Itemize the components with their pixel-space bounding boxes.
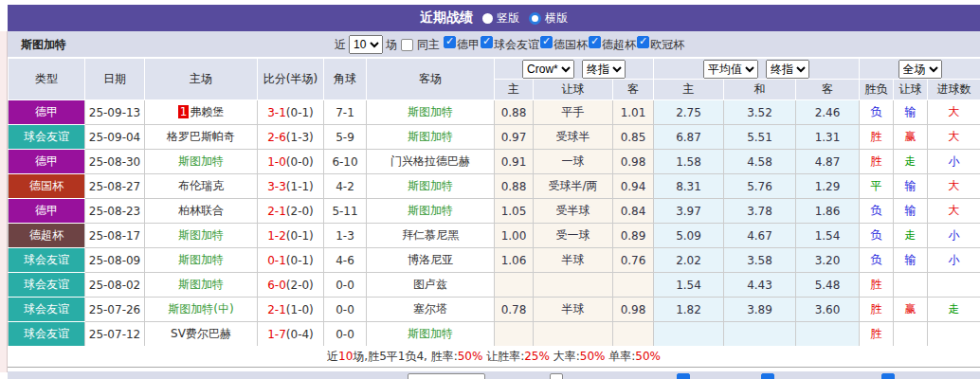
away-team: 图卢兹 — [367, 273, 495, 298]
home-team: 斯图加特(中) — [145, 298, 258, 322]
match-date: 25-08-02 — [85, 273, 145, 298]
odds-group-header: Crow* 终指 — [495, 59, 654, 80]
radio-unselected-icon — [482, 13, 493, 24]
result-handicap: 走 — [894, 150, 928, 174]
col-corner: 角球 — [324, 59, 367, 100]
result-wdl: 平 — [860, 174, 894, 199]
odds-home: 1.00 — [495, 224, 534, 248]
page-title: 近期战绩 — [420, 9, 473, 27]
sub-goals-result: 进球数 — [928, 80, 980, 100]
avg-draw: 4.43 — [724, 273, 796, 298]
league-badge: 球会友谊 — [9, 248, 85, 273]
result-wdl: 胜 — [860, 150, 894, 174]
league-badge: 球会友谊 — [9, 125, 85, 150]
cutoff-checkbox-blue[interactable] — [761, 373, 774, 379]
scope-select[interactable]: 全场 — [898, 60, 942, 79]
league-badge: 德甲 — [9, 150, 85, 174]
home-team: 斯图加特 — [145, 224, 258, 248]
summary-bar: 近10场,胜5平1负4, 胜率:50% 让胜率:25% 大率:50% 单率:50… — [8, 346, 980, 368]
result-wdl: 负 — [860, 224, 894, 248]
result-wdl: 负 — [860, 199, 894, 224]
odds-handicap: 受球半/两 — [534, 174, 613, 199]
odds-home: 0.88 — [495, 174, 534, 199]
odds-handicap: 受球半 — [534, 125, 613, 150]
result-wdl: 胜 — [860, 298, 894, 322]
odds-home: 1.05 — [495, 199, 534, 224]
result-goals — [928, 322, 980, 347]
score-cell: 2-1(1-0) — [258, 298, 324, 322]
league-label: 德甲 — [457, 38, 480, 51]
layout-radio-horizontal[interactable]: 横版 — [529, 10, 568, 27]
score-cell: 1-2(0-1) — [258, 224, 324, 248]
result-goals: 大 — [928, 199, 980, 224]
sub-let-result: 让球 — [894, 80, 928, 100]
odds-handicap — [534, 273, 613, 298]
table-row: 球会友谊25-09-04格罗巴斯帕奇2-6(1-3)5-9斯图加特0.97受球半… — [9, 125, 980, 150]
header-row-groups: 类型 日期 主场 比分(半场) 角球 客场 Crow* 终指 平均值 终指 全场 — [9, 59, 980, 80]
home-team: 布伦瑞克 — [145, 174, 258, 199]
same-home-checkbox[interactable] — [401, 39, 413, 51]
avg-home: 2.02 — [654, 248, 724, 273]
league-filters: 德甲球会友谊德国杯德超杯欧冠杯 — [443, 36, 684, 53]
league-checkbox[interactable] — [444, 36, 456, 48]
avg-away: 3.60 — [796, 298, 860, 322]
away-team: 斯图加特 — [367, 322, 495, 347]
recent-count-select[interactable]: 10 — [349, 35, 383, 54]
layout-radio-vertical[interactable]: 竖版 — [482, 10, 519, 27]
title-bar: 近期战绩 竖版 横版 — [8, 5, 980, 31]
cutoff-select[interactable] — [408, 373, 485, 379]
cutoff-checkbox-blue[interactable] — [677, 373, 690, 379]
avg-draw: 3.58 — [724, 248, 796, 273]
home-team: 斯图加特 — [145, 248, 258, 273]
average-select[interactable]: 平均值 — [703, 60, 758, 79]
corners-cell: 7-1 — [324, 100, 367, 125]
league-badge: 德国杯 — [9, 174, 85, 199]
result-handicap — [894, 273, 928, 298]
away-team: 博洛尼亚 — [367, 248, 495, 273]
col-date: 日期 — [85, 59, 145, 100]
league-checkbox[interactable] — [481, 36, 493, 48]
result-handicap — [894, 322, 928, 347]
score-cell: 6-0(2-0) — [258, 273, 324, 298]
result-handicap: 输 — [894, 100, 928, 125]
sub-odds-home: 主 — [495, 80, 534, 100]
odds-time-select[interactable]: 终指 — [582, 60, 626, 79]
league-checkbox[interactable] — [589, 36, 601, 48]
avg-time-select[interactable]: 终指 — [766, 60, 809, 79]
corners-cell: 4-2 — [324, 174, 367, 199]
league-label: 德超杯 — [602, 38, 636, 51]
result-handicap: 赢 — [894, 125, 928, 150]
next-section-cutoff — [8, 371, 980, 379]
match-date: 25-08-27 — [85, 174, 145, 199]
avg-away: 1.54 — [796, 224, 860, 248]
rank-badge: 1 — [178, 105, 190, 118]
corners-cell: 0-0 — [324, 298, 367, 322]
result-handicap: 赢 — [894, 298, 928, 322]
cutoff-checkbox-blue[interactable] — [881, 373, 895, 379]
table-row: 德甲25-09-131弗赖堡3-1(0-1)7-1斯图加特0.88平手1.012… — [9, 100, 980, 125]
odds-away: 0.89 — [613, 224, 654, 248]
odds-home — [495, 273, 534, 298]
sub-odds-away: 客 — [613, 80, 654, 100]
avg-away: 1.31 — [796, 125, 860, 150]
league-label: 欧冠杯 — [650, 38, 684, 51]
cutoff-checkbox[interactable] — [550, 373, 563, 379]
odds-handicap: 一球 — [534, 150, 613, 174]
league-label: 球会友谊 — [494, 38, 539, 51]
avg-away — [796, 322, 860, 347]
result-handicap: 输 — [894, 248, 928, 273]
league-checkbox[interactable] — [540, 36, 553, 48]
league-checkbox[interactable] — [637, 36, 649, 48]
result-goals: 小 — [928, 248, 980, 273]
avg-home: 1.58 — [654, 150, 724, 174]
avg-draw: 5.51 — [724, 125, 796, 150]
avg-home — [654, 322, 724, 347]
home-team: 1弗赖堡 — [145, 100, 258, 125]
sub-handicap: 让球 — [534, 80, 613, 100]
avg-away: 3.20 — [796, 248, 860, 273]
bookmaker-select[interactable]: Crow* — [522, 60, 574, 79]
avg-draw: 5.76 — [724, 174, 796, 199]
filter-toolbar: 斯图加特 近 10 场 同主 德甲球会友谊德国杯德超杯欧冠杯 — [8, 31, 980, 58]
match-date: 25-09-04 — [85, 125, 145, 150]
table-row: 球会友谊25-08-02斯图加特6-0(2-0)0-0图卢兹1.544.435.… — [9, 273, 980, 298]
